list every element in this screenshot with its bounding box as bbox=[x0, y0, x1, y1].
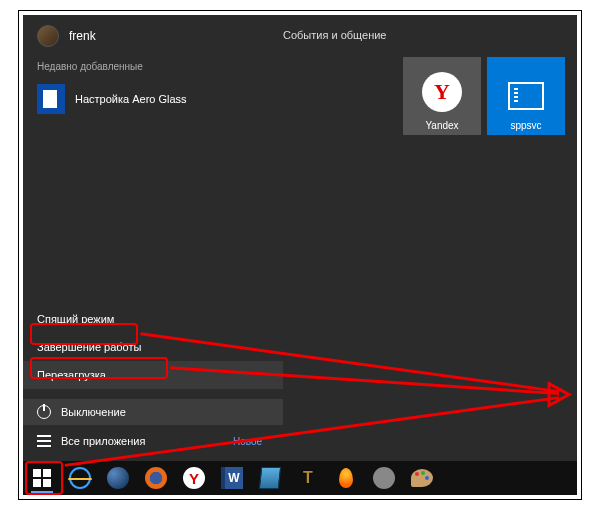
new-badge: Новое bbox=[233, 436, 262, 447]
power-button-row[interactable]: Выключение bbox=[23, 399, 283, 425]
reader-button[interactable] bbox=[253, 463, 287, 493]
start-menu: frenk Недавно добавленные Настройка Aero… bbox=[23, 15, 577, 461]
word-icon: W bbox=[221, 467, 243, 489]
palette-icon bbox=[411, 469, 433, 487]
start-button[interactable] bbox=[25, 463, 59, 493]
user-avatar-icon bbox=[37, 25, 59, 47]
shutdown-full-option[interactable]: Завершение работы bbox=[23, 333, 283, 361]
paint-button[interactable] bbox=[405, 463, 439, 493]
flame-icon bbox=[339, 468, 353, 488]
document-icon bbox=[37, 84, 65, 114]
burn-button[interactable] bbox=[329, 463, 363, 493]
yandex-button[interactable]: Y bbox=[177, 463, 211, 493]
browser-button[interactable] bbox=[101, 463, 135, 493]
firefox-button[interactable] bbox=[139, 463, 173, 493]
windows-start-icon bbox=[33, 469, 51, 487]
sleep-option[interactable]: Спящий режим bbox=[23, 305, 283, 333]
restart-option[interactable]: Перезагрузка bbox=[23, 361, 283, 389]
book-icon bbox=[259, 467, 281, 489]
yandex-icon: Y bbox=[422, 72, 462, 112]
tool-button[interactable]: T bbox=[291, 463, 325, 493]
firefox-icon bbox=[145, 467, 167, 489]
power-context-menu: Спящий режим Завершение работы Перезагру… bbox=[23, 305, 283, 389]
tr-icon: T bbox=[303, 469, 313, 487]
tiles-group-heading: События и общение bbox=[283, 29, 386, 41]
list-icon bbox=[37, 435, 51, 447]
word-button[interactable]: W bbox=[215, 463, 249, 493]
power-icon bbox=[37, 405, 51, 419]
all-apps-label: Все приложения bbox=[61, 435, 145, 447]
taskbar: Y W T bbox=[23, 461, 577, 495]
desktop-area: frenk Недавно добавленные Настройка Aero… bbox=[23, 15, 577, 495]
tile-sppsvc[interactable]: sppsvc bbox=[487, 57, 565, 135]
tile-label: Yandex bbox=[425, 120, 458, 131]
app-button[interactable] bbox=[367, 463, 401, 493]
tile-yandex[interactable]: Y Yandex bbox=[403, 57, 481, 135]
ie-icon bbox=[69, 467, 91, 489]
user-name: frenk bbox=[69, 29, 96, 43]
power-label: Выключение bbox=[61, 406, 126, 418]
screenshot-frame: frenk Недавно добавленные Настройка Aero… bbox=[18, 10, 582, 500]
recent-app-label: Настройка Aero Glass bbox=[75, 93, 187, 105]
tile-label: sppsvc bbox=[510, 120, 541, 131]
sppsvc-icon bbox=[508, 82, 544, 110]
tiles-row: Y Yandex sppsvc bbox=[403, 57, 565, 135]
yandex-icon: Y bbox=[183, 467, 205, 489]
globe-icon bbox=[107, 467, 129, 489]
generic-icon bbox=[373, 467, 395, 489]
ie-button[interactable] bbox=[63, 463, 97, 493]
